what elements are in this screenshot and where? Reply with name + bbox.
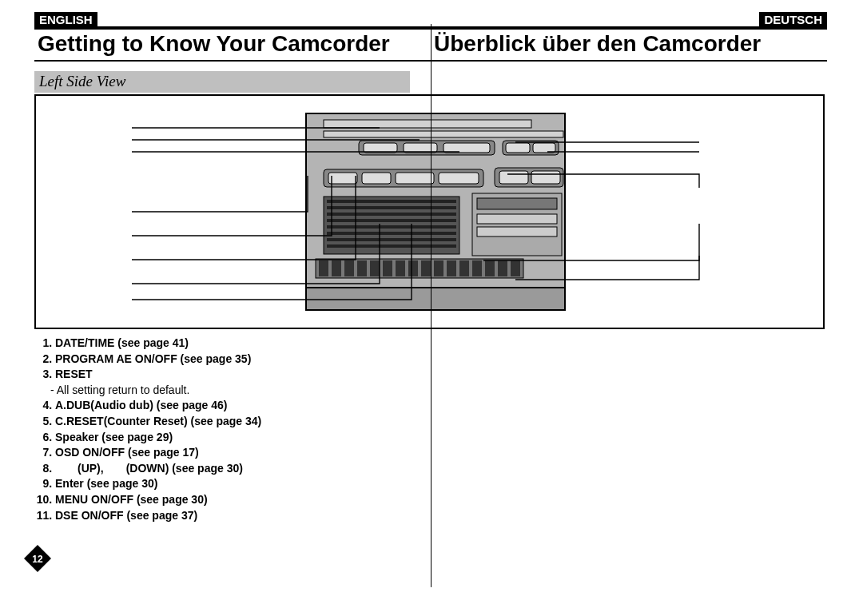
- item-6: Speaker (see page 29): [55, 430, 415, 446]
- left-list-column: DATE/TIME (see page 41) PROGRAM AE ON/OF…: [34, 336, 431, 523]
- item-3: RESET - All setting return to default.: [55, 367, 415, 398]
- left-header: ENGLISH Getting to Know Your Camcorder: [34, 12, 431, 58]
- left-title: Getting to Know Your Camcorder: [34, 26, 431, 62]
- item-3-sub: - All setting return to default.: [50, 383, 415, 399]
- item-9: Enter (see page 30): [55, 476, 415, 492]
- left-subhead: Left Side View: [34, 71, 410, 93]
- item-8: (UP), (DOWN) (see page 30): [55, 461, 415, 477]
- item-11: DSE ON/OFF (see page 37): [55, 508, 415, 524]
- item-5: C.RESET(Counter Reset) (see page 34): [55, 414, 415, 430]
- leader-lines: [36, 96, 823, 328]
- right-header: DEUTSCH Überblick über den Camcorder: [431, 12, 827, 58]
- lang-badge-english: ENGLISH: [34, 12, 97, 28]
- item-10: MENU ON/OFF (see page 30): [55, 492, 415, 508]
- item-7: OSD ON/OFF (see page 17): [55, 445, 415, 461]
- item-4: A.DUB(Audio dub) (see page 46): [55, 398, 415, 414]
- column-divider: [431, 24, 432, 587]
- item-2: PROGRAM AE ON/OFF (see page 35): [55, 352, 415, 368]
- page-number-badge: 12: [24, 545, 51, 572]
- page-number: 12: [32, 554, 43, 565]
- item-1: DATE/TIME (see page 41): [55, 336, 415, 352]
- lang-badge-deutsch: DEUTSCH: [759, 12, 827, 28]
- right-title: Überblick über den Camcorder: [431, 26, 827, 62]
- figure-box: [34, 94, 825, 329]
- right-list-column: [431, 336, 827, 523]
